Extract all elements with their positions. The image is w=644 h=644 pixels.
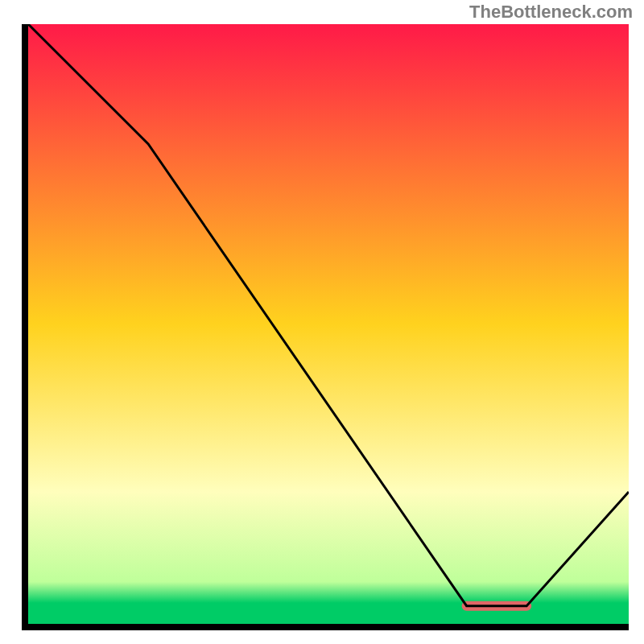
attribution-label: TheBottleneck.com (469, 2, 633, 23)
chart-svg (0, 0, 644, 644)
chart-frame: { "attribution": "TheBottleneck.com", "c… (0, 0, 644, 644)
